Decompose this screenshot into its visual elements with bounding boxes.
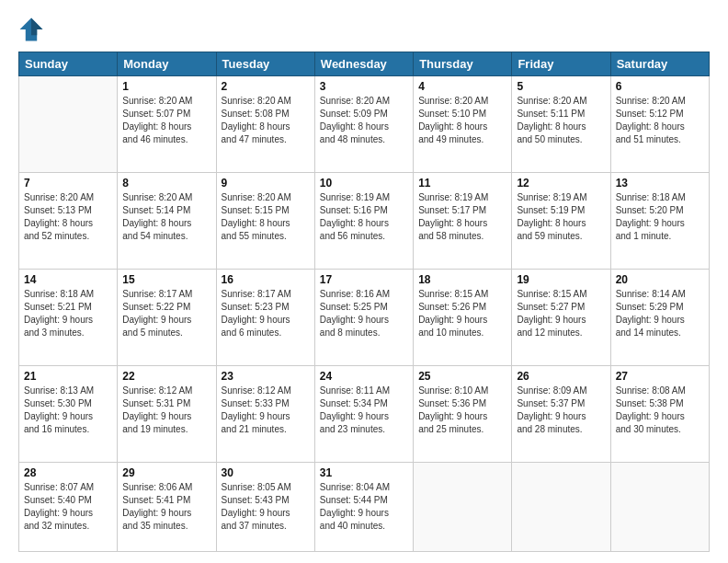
day-number: 31: [320, 466, 408, 479]
calendar-cell: 23Sunrise: 8:12 AMSunset: 5:33 PMDayligh…: [216, 366, 314, 463]
calendar-cell: 18Sunrise: 8:15 AMSunset: 5:26 PMDayligh…: [414, 270, 512, 366]
logo-icon: [18, 17, 44, 42]
calendar-cell: 31Sunrise: 8:04 AMSunset: 5:44 PMDayligh…: [314, 463, 413, 552]
day-number: 8: [122, 177, 210, 190]
calendar-cell: 22Sunrise: 8:12 AMSunset: 5:31 PMDayligh…: [118, 366, 216, 463]
calendar-cell: 24Sunrise: 8:11 AMSunset: 5:34 PMDayligh…: [314, 366, 413, 463]
calendar-cell: 9Sunrise: 8:20 AMSunset: 5:15 PMDaylight…: [216, 173, 314, 270]
calendar-cell: 2Sunrise: 8:20 AMSunset: 5:08 PMDaylight…: [216, 76, 314, 173]
day-info: Sunrise: 8:14 AMSunset: 5:29 PMDaylight:…: [616, 288, 704, 339]
calendar-cell: 4Sunrise: 8:20 AMSunset: 5:10 PMDaylight…: [414, 76, 512, 173]
col-header-friday: Friday: [512, 52, 610, 76]
calendar-cell: 3Sunrise: 8:20 AMSunset: 5:09 PMDaylight…: [314, 76, 413, 173]
day-number: 23: [222, 370, 310, 383]
calendar-cell: [610, 463, 709, 552]
calendar-cell: 6Sunrise: 8:20 AMSunset: 5:12 PMDaylight…: [610, 76, 709, 173]
col-header-wednesday: Wednesday: [314, 52, 413, 76]
calendar-cell: 12Sunrise: 8:19 AMSunset: 5:19 PMDayligh…: [512, 173, 610, 270]
day-info: Sunrise: 8:12 AMSunset: 5:33 PMDaylight:…: [222, 385, 310, 436]
day-number: 5: [517, 80, 605, 93]
week-row-1: 7Sunrise: 8:20 AMSunset: 5:13 PMDaylight…: [19, 173, 710, 270]
calendar-cell: 25Sunrise: 8:10 AMSunset: 5:36 PMDayligh…: [414, 366, 512, 463]
day-info: Sunrise: 8:20 AMSunset: 5:13 PMDaylight:…: [24, 191, 112, 243]
page: SundayMondayTuesdayWednesdayThursdayFrid…: [0, 0, 728, 563]
header: [18, 17, 710, 42]
calendar-cell: 21Sunrise: 8:13 AMSunset: 5:30 PMDayligh…: [19, 366, 118, 463]
day-number: 1: [122, 80, 210, 93]
day-info: Sunrise: 8:05 AMSunset: 5:43 PMDaylight:…: [222, 481, 310, 533]
day-number: 16: [222, 273, 310, 286]
day-info: Sunrise: 8:19 AMSunset: 5:19 PMDaylight:…: [517, 191, 605, 243]
day-number: 20: [616, 273, 704, 286]
day-number: 9: [222, 177, 310, 190]
week-row-0: 1Sunrise: 8:20 AMSunset: 5:07 PMDaylight…: [19, 76, 710, 173]
week-row-3: 21Sunrise: 8:13 AMSunset: 5:30 PMDayligh…: [19, 366, 710, 463]
calendar-cell: 29Sunrise: 8:06 AMSunset: 5:41 PMDayligh…: [118, 463, 216, 552]
calendar-cell: 5Sunrise: 8:20 AMSunset: 5:11 PMDaylight…: [512, 76, 610, 173]
day-number: 18: [418, 273, 506, 286]
calendar-cell: 7Sunrise: 8:20 AMSunset: 5:13 PMDaylight…: [19, 173, 118, 270]
day-number: 24: [320, 370, 408, 383]
day-number: 28: [24, 466, 112, 479]
day-info: Sunrise: 8:20 AMSunset: 5:08 PMDaylight:…: [222, 95, 310, 146]
calendar-cell: 27Sunrise: 8:08 AMSunset: 5:38 PMDayligh…: [610, 366, 709, 463]
week-row-2: 14Sunrise: 8:18 AMSunset: 5:21 PMDayligh…: [19, 270, 710, 366]
day-info: Sunrise: 8:13 AMSunset: 5:30 PMDaylight:…: [24, 385, 112, 436]
day-info: Sunrise: 8:17 AMSunset: 5:22 PMDaylight:…: [122, 288, 210, 339]
day-info: Sunrise: 8:06 AMSunset: 5:41 PMDaylight:…: [122, 481, 210, 533]
day-number: 26: [517, 370, 605, 383]
day-info: Sunrise: 8:15 AMSunset: 5:27 PMDaylight:…: [517, 288, 605, 339]
day-info: Sunrise: 8:20 AMSunset: 5:12 PMDaylight:…: [616, 95, 704, 146]
day-info: Sunrise: 8:16 AMSunset: 5:25 PMDaylight:…: [320, 288, 408, 339]
day-info: Sunrise: 8:19 AMSunset: 5:16 PMDaylight:…: [320, 191, 408, 243]
day-number: 22: [122, 370, 210, 383]
day-info: Sunrise: 8:20 AMSunset: 5:09 PMDaylight:…: [320, 95, 408, 146]
col-header-saturday: Saturday: [610, 52, 709, 76]
day-number: 7: [24, 177, 112, 190]
col-header-thursday: Thursday: [414, 52, 512, 76]
col-header-tuesday: Tuesday: [216, 52, 314, 76]
logo: [18, 17, 48, 42]
calendar-cell: 11Sunrise: 8:19 AMSunset: 5:17 PMDayligh…: [414, 173, 512, 270]
calendar-cell: 15Sunrise: 8:17 AMSunset: 5:22 PMDayligh…: [118, 270, 216, 366]
day-number: 17: [320, 273, 408, 286]
day-info: Sunrise: 8:15 AMSunset: 5:26 PMDaylight:…: [418, 288, 506, 339]
header-row: SundayMondayTuesdayWednesdayThursdayFrid…: [19, 52, 710, 76]
day-info: Sunrise: 8:18 AMSunset: 5:20 PMDaylight:…: [616, 191, 704, 243]
calendar-cell: [19, 76, 118, 173]
day-info: Sunrise: 8:07 AMSunset: 5:40 PMDaylight:…: [24, 481, 112, 533]
calendar-cell: 8Sunrise: 8:20 AMSunset: 5:14 PMDaylight…: [118, 173, 216, 270]
calendar-cell: 10Sunrise: 8:19 AMSunset: 5:16 PMDayligh…: [314, 173, 413, 270]
day-info: Sunrise: 8:11 AMSunset: 5:34 PMDaylight:…: [320, 385, 408, 436]
calendar-cell: 28Sunrise: 8:07 AMSunset: 5:40 PMDayligh…: [19, 463, 118, 552]
calendar-cell: 17Sunrise: 8:16 AMSunset: 5:25 PMDayligh…: [314, 270, 413, 366]
day-number: 4: [418, 80, 506, 93]
day-info: Sunrise: 8:20 AMSunset: 5:14 PMDaylight:…: [122, 191, 210, 243]
svg-marker-1: [31, 18, 42, 36]
day-number: 6: [616, 80, 704, 93]
calendar-cell: 16Sunrise: 8:17 AMSunset: 5:23 PMDayligh…: [216, 270, 314, 366]
day-number: 14: [24, 273, 112, 286]
day-number: 12: [517, 177, 605, 190]
day-info: Sunrise: 8:09 AMSunset: 5:37 PMDaylight:…: [517, 385, 605, 436]
day-info: Sunrise: 8:17 AMSunset: 5:23 PMDaylight:…: [222, 288, 310, 339]
day-info: Sunrise: 8:08 AMSunset: 5:38 PMDaylight:…: [616, 385, 704, 436]
day-number: 3: [320, 80, 408, 93]
calendar-cell: [512, 463, 610, 552]
calendar-cell: 1Sunrise: 8:20 AMSunset: 5:07 PMDaylight…: [118, 76, 216, 173]
day-number: 30: [222, 466, 310, 479]
day-info: Sunrise: 8:20 AMSunset: 5:07 PMDaylight:…: [122, 95, 210, 146]
calendar-cell: 20Sunrise: 8:14 AMSunset: 5:29 PMDayligh…: [610, 270, 709, 366]
day-info: Sunrise: 8:19 AMSunset: 5:17 PMDaylight:…: [418, 191, 506, 243]
day-number: 11: [418, 177, 506, 190]
calendar-cell: 30Sunrise: 8:05 AMSunset: 5:43 PMDayligh…: [216, 463, 314, 552]
day-info: Sunrise: 8:12 AMSunset: 5:31 PMDaylight:…: [122, 385, 210, 436]
col-header-monday: Monday: [118, 52, 216, 76]
day-number: 13: [616, 177, 704, 190]
calendar-table: SundayMondayTuesdayWednesdayThursdayFrid…: [18, 52, 710, 552]
day-number: 27: [616, 370, 704, 383]
day-number: 21: [24, 370, 112, 383]
week-row-4: 28Sunrise: 8:07 AMSunset: 5:40 PMDayligh…: [19, 463, 710, 552]
day-info: Sunrise: 8:18 AMSunset: 5:21 PMDaylight:…: [24, 288, 112, 339]
calendar-cell: [414, 463, 512, 552]
